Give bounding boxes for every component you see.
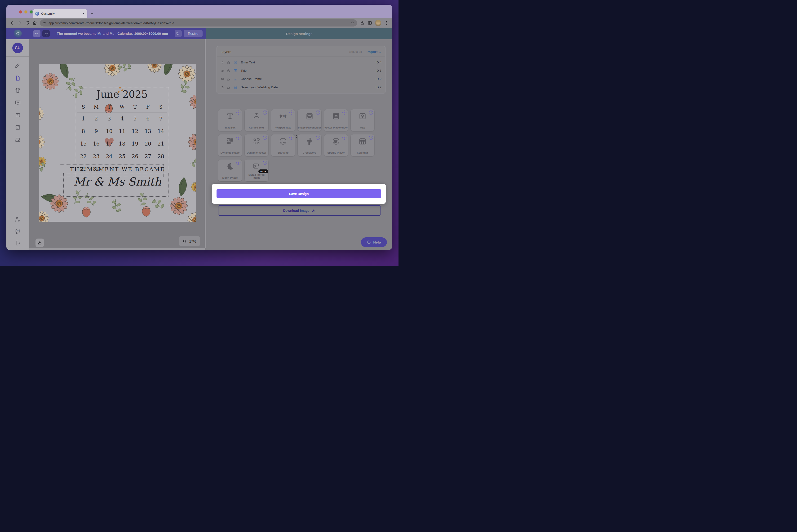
sidebar-divider: [6, 56, 29, 57]
tool-curved-text[interactable]: iCurved Text: [245, 109, 268, 131]
sidebar-item-file[interactable]: [15, 75, 21, 81]
layer-row[interactable]: Select your Wedding DateID 2: [217, 83, 385, 91]
close-window-button[interactable]: [19, 11, 22, 14]
design-caption-line1[interactable]: THE MOMENT WE BECAME: [39, 166, 196, 172]
help-button[interactable]: Help: [361, 238, 387, 247]
tool-crossword[interactable]: iCrossword: [298, 134, 321, 156]
canvas-download-button[interactable]: [36, 239, 44, 247]
canvas-vertical-scrollbar[interactable]: [205, 39, 206, 248]
layer-row[interactable]: Enter TextID 4: [217, 58, 385, 66]
info-icon[interactable]: i: [369, 111, 373, 115]
calendar-date-cell: 5: [129, 112, 141, 125]
lock-open-icon[interactable]: [226, 61, 230, 64]
layer-label: Select your Wedding Date: [241, 86, 278, 89]
sidebar-item-store[interactable]: [15, 124, 21, 130]
sidebar-item-inbox[interactable]: [15, 136, 21, 143]
resize-button[interactable]: Resize: [184, 30, 203, 37]
tool-text-box[interactable]: iText Box: [218, 109, 242, 131]
forward-icon[interactable]: [17, 21, 22, 25]
tool-dynamic-image[interactable]: iDynamic Image: [218, 134, 242, 156]
url-text[interactable]: app.customily.com/createProduct1?forDesi…: [49, 21, 348, 25]
info-icon[interactable]: i: [342, 111, 346, 115]
info-icon[interactable]: i: [369, 136, 373, 140]
info-icon[interactable]: i: [236, 136, 241, 140]
tool-star-map[interactable]: iStar Map: [271, 134, 295, 156]
info-icon[interactable]: i: [236, 161, 241, 165]
info-icon[interactable]: i: [236, 111, 241, 115]
sidebar-item-help-bubble[interactable]: [15, 228, 21, 234]
browser-menu-icon[interactable]: [384, 21, 389, 25]
calendar-date-cell: 18: [116, 137, 129, 150]
bookmark-star-icon[interactable]: [351, 21, 354, 25]
calendar-element[interactable]: June 2025 SMTWTFS 1234567891011121314151…: [77, 89, 167, 175]
info-icon[interactable]: i: [263, 161, 267, 165]
new-tab-button[interactable]: +: [91, 11, 93, 16]
layer-row[interactable]: Choose FrameID 2: [217, 75, 385, 83]
calendar-date-cell: 13: [141, 125, 154, 137]
visibility-eye-icon[interactable]: [221, 86, 224, 89]
info-icon[interactable]: i: [316, 111, 320, 115]
tshirt-icon: [15, 87, 21, 94]
layers-title: Layers: [221, 50, 231, 54]
design-caption-line2[interactable]: Mr & Ms Smith: [39, 175, 196, 188]
tab-close-icon[interactable]: ×: [82, 11, 85, 16]
info-icon[interactable]: i: [342, 136, 346, 140]
zoom-level: 17%: [189, 239, 196, 243]
zoom-search-icon: [183, 239, 187, 243]
lock-open-icon[interactable]: [226, 77, 230, 81]
lock-open-icon[interactable]: [226, 86, 230, 89]
info-icon[interactable]: i: [263, 136, 267, 140]
side-panel-icon[interactable]: [367, 21, 372, 25]
tool-map[interactable]: iMap: [351, 109, 374, 131]
info-icon[interactable]: i: [316, 136, 320, 140]
info-icon[interactable]: i: [289, 111, 293, 115]
design-canvas[interactable]: June 2025 SMTWTFS 1234567891011121314151…: [39, 64, 196, 222]
warped-text-icon: [279, 112, 287, 120]
back-icon[interactable]: [10, 21, 15, 25]
calendar-date-cell: 20: [141, 137, 154, 150]
reload-icon[interactable]: [25, 21, 30, 25]
downloads-icon[interactable]: [360, 21, 365, 25]
sidebar-item-logout-door[interactable]: [15, 240, 21, 246]
tool-calendar[interactable]: iCalendar: [351, 134, 374, 156]
tool-vector-placeholder[interactable]: iVector Placeholder: [324, 109, 348, 131]
canvas-horizontal-scrollbar[interactable]: [29, 248, 205, 250]
info-icon[interactable]: i: [289, 136, 293, 140]
lock-open-icon[interactable]: [226, 69, 230, 73]
redo-icon[interactable]: [42, 30, 50, 37]
save-design-button[interactable]: Save Design: [216, 189, 381, 198]
layer-row[interactable]: TitleID 3: [217, 66, 385, 75]
select-all-link[interactable]: Select all: [349, 50, 362, 54]
tool-dynamic-vector[interactable]: iDynamic Vector: [245, 134, 268, 156]
sidebar-item-tshirt[interactable]: [15, 87, 21, 94]
tag-icon[interactable]: [175, 30, 182, 37]
site-settings-icon[interactable]: [43, 21, 46, 25]
home-icon[interactable]: [33, 21, 37, 25]
minimize-window-button[interactable]: [24, 11, 27, 14]
tool-warped-text[interactable]: iWarped Text: [271, 109, 295, 131]
tool-label: Dynamic Vector: [247, 151, 266, 154]
tool-image-placeholder[interactable]: iImage Placeholder: [298, 109, 321, 131]
sidebar-item-rocket[interactable]: [15, 63, 21, 69]
tool-label: Star Map: [278, 151, 288, 154]
zoom-control[interactable]: 17%: [179, 236, 200, 246]
desktop-background: C Customily × + app.customily.com/create…: [0, 0, 398, 266]
import-dropdown[interactable]: Import ⌄: [366, 50, 381, 54]
tool-spotify-player[interactable]: iSpotify Player: [324, 134, 348, 156]
maximize-window-button[interactable]: [30, 11, 33, 14]
sidebar-item-monitor[interactable]: [15, 100, 21, 106]
undo-icon[interactable]: [33, 30, 40, 37]
tool-moon-phase[interactable]: iMoon Phase: [218, 159, 242, 181]
profile-avatar[interactable]: [375, 20, 381, 26]
visibility-eye-icon[interactable]: [221, 69, 224, 73]
visibility-eye-icon[interactable]: [221, 77, 224, 81]
sidebar-item-booklet[interactable]: [15, 112, 21, 118]
visibility-eye-icon[interactable]: [221, 61, 224, 64]
download-image-button[interactable]: Download Image: [218, 205, 381, 215]
tool-meta-filtered-image[interactable]: iBETAMeta Filtered Image: [245, 159, 268, 181]
account-badge[interactable]: CU: [12, 43, 23, 53]
sidebar-item-user-gear[interactable]: [15, 216, 21, 223]
address-bar[interactable]: app.customily.com/createProduct1?forDesi…: [40, 19, 357, 26]
info-icon[interactable]: i: [263, 111, 267, 115]
browser-tab[interactable]: C Customily ×: [33, 9, 87, 18]
